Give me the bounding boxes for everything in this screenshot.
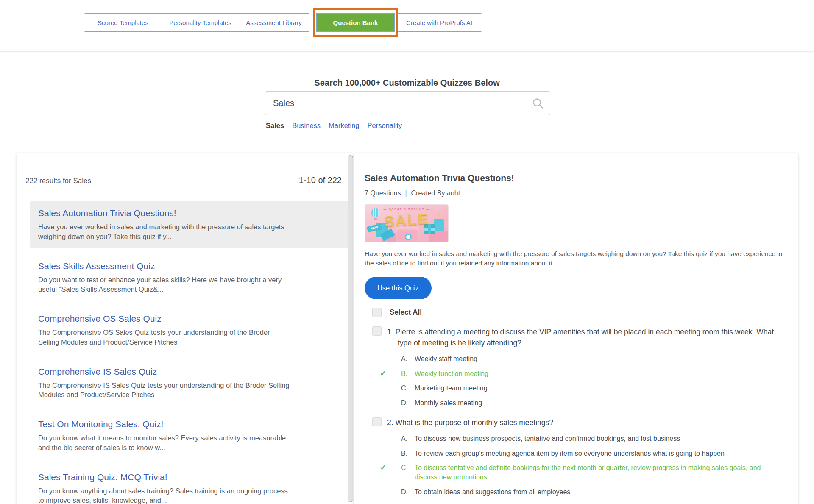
empty-check-slot	[380, 434, 401, 443]
question-checkbox[interactable]	[372, 326, 382, 336]
quiz-meta: 7 Questions | Created By aoht	[365, 189, 785, 197]
template-tabs-bar: Scored Templates Personality Templates A…	[0, 0, 814, 52]
select-all-label: Select All	[390, 308, 422, 317]
option-text: To discuss tentative and definite bookin…	[415, 463, 783, 482]
result-item-selected[interactable]: Sales Automation Trivia Questions! Have …	[30, 201, 349, 248]
tab-create-with-proprofs-ai[interactable]: Create with ProProfs AI	[396, 13, 482, 32]
search-heading: Search 100,000+ Customizable Quizzes Bel…	[0, 78, 814, 88]
quiz-title: Sales Automation Trivia Questions!	[365, 173, 785, 183]
option-letter: B.	[401, 449, 415, 458]
option-row: A. To discuss new business prospects, te…	[380, 434, 783, 443]
empty-check-slot	[380, 398, 401, 408]
template-tabs-group: Scored Templates Personality Templates A…	[84, 13, 482, 32]
option-text: Weekly function meeting	[415, 369, 783, 379]
correct-checkmark-icon: ✓	[380, 369, 401, 379]
search-icon[interactable]	[532, 97, 544, 109]
quiz-detail-panel: Sales Automation Trivia Questions! 7 Que…	[354, 153, 798, 504]
search-input[interactable]	[265, 92, 550, 115]
results-count: 222 results for Sales	[25, 177, 91, 185]
tab-personality-templates[interactable]: Personality Templates	[162, 13, 239, 32]
use-this-quiz-button[interactable]: Use this Quiz	[365, 277, 432, 299]
quiz-question-count: 7 Questions	[365, 189, 401, 197]
results-scrollbar[interactable]	[348, 155, 353, 502]
promo-confetti-icon	[390, 210, 392, 211]
question-text: 1. Pierre is attending a meeting to disc…	[387, 326, 783, 349]
select-all-row: Select All	[372, 308, 798, 317]
result-item[interactable]: Sales Training Quiz: MCQ Trivia! Do you …	[30, 465, 349, 504]
result-description: The Comprehensive OS Sales Quiz tests yo…	[38, 328, 293, 347]
question-checkbox[interactable]	[372, 417, 382, 426]
search-box	[265, 91, 550, 115]
options-list: A. To discuss new business prospects, te…	[380, 434, 783, 497]
option-text: To obtain ideas and suggestions from all…	[415, 487, 783, 497]
option-row-correct: ✓ B. Weekly function meeting	[380, 369, 783, 379]
option-text: Weekly staff meeting	[415, 354, 783, 364]
suggestion-business[interactable]: Business	[292, 122, 321, 130]
result-description: Do you want to test or enhance your sale…	[38, 275, 293, 295]
option-row: D. To obtain ideas and suggestions from …	[380, 487, 783, 497]
suggestion-personality[interactable]: Personality	[368, 122, 402, 130]
options-list: A. Weekly staff meeting ✓ B. Weekly func…	[380, 354, 783, 408]
empty-check-slot	[380, 449, 401, 458]
option-text: Marketing team meeting	[415, 384, 783, 393]
option-text: Monthly sales meeting	[415, 398, 783, 408]
option-letter: B.	[401, 369, 415, 379]
option-letter: D.	[401, 398, 415, 408]
result-description: Have you ever worked in sales and market…	[38, 222, 293, 242]
option-row: D. Monthly sales meeting	[380, 398, 783, 408]
empty-check-slot	[380, 487, 401, 497]
option-letter: C.	[401, 384, 415, 393]
option-row: A. Weekly staff meeting	[380, 354, 783, 364]
result-description: The Comprehensive IS Sales Quiz tests yo…	[38, 381, 293, 400]
result-item[interactable]: Test On Monitoring Sales: Quiz! Do you k…	[30, 412, 349, 459]
option-row: C. Marketing team meeting	[380, 384, 783, 393]
suggestion-marketing[interactable]: Marketing	[329, 122, 359, 130]
option-text: To discuss new business prospects, tenta…	[415, 434, 783, 443]
promo-alarm-clock-icon	[405, 234, 412, 240]
result-title-link[interactable]: Sales Skills Assessment Quiz	[38, 261, 340, 271]
option-row: B. To review each group’s meeting agenda…	[380, 449, 783, 458]
quiz-thumbnail: — GREAT DISCOUNT — SALE NEW	[365, 204, 449, 242]
result-item[interactable]: Sales Skills Assessment Quiz Do you want…	[30, 254, 349, 301]
empty-check-slot	[380, 354, 401, 364]
result-item[interactable]: Comprehensive OS Sales Quiz The Comprehe…	[30, 307, 349, 353]
result-title-link[interactable]: Test On Monitoring Sales: Quiz!	[38, 419, 340, 429]
result-title-link[interactable]: Sales Training Quiz: MCQ Trivia!	[38, 472, 340, 482]
tab-scored-templates[interactable]: Scored Templates	[84, 13, 162, 32]
option-letter: C.	[401, 463, 415, 482]
results-header: 222 results for Sales 1-10 of 222	[25, 175, 342, 185]
meta-separator: |	[405, 189, 407, 197]
results-range: 1-10 of 222	[299, 175, 342, 185]
tab-assessment-library[interactable]: Assessment Library	[239, 13, 309, 32]
quiz-created-by: Created By aoht	[411, 189, 460, 197]
results-list: Sales Automation Trivia Questions! Have …	[17, 201, 353, 504]
question-row: 2. What is the purpose of monthly sales …	[372, 417, 783, 428]
correct-checkmark-icon: ✓	[380, 463, 401, 482]
result-title-link[interactable]: Comprehensive IS Sales Quiz	[38, 367, 340, 377]
result-item[interactable]: Comprehensive IS Sales Quiz The Comprehe…	[30, 360, 349, 406]
option-letter: D.	[401, 487, 415, 497]
result-description: Do you know what it means to monitor sal…	[38, 433, 293, 453]
option-letter: A.	[401, 434, 415, 443]
option-letter: A.	[401, 354, 415, 364]
tab-question-bank[interactable]: Question Bank	[316, 13, 395, 32]
result-title-link[interactable]: Comprehensive OS Sales Quiz	[38, 314, 340, 324]
results-panel: 222 results for Sales 1-10 of 222 Sales …	[17, 153, 353, 504]
search-suggestions: Sales Business Marketing Personality	[266, 122, 402, 130]
suggestion-sales[interactable]: Sales	[266, 122, 284, 130]
option-row-correct: ✓ C. To discuss tentative and definite b…	[380, 463, 783, 482]
select-all-checkbox[interactable]	[372, 308, 382, 317]
empty-check-slot	[380, 384, 401, 393]
question-row: 1. Pierre is attending a meeting to disc…	[372, 326, 783, 349]
result-description: Do you know anything about sales trainin…	[38, 486, 293, 504]
option-text: To review each group’s meeting agenda it…	[415, 449, 783, 458]
quiz-description: Have you ever worked in sales and market…	[365, 249, 784, 268]
question-text: 2. What is the purpose of monthly sales …	[387, 417, 553, 428]
result-title-link[interactable]: Sales Automation Trivia Questions!	[38, 208, 340, 218]
